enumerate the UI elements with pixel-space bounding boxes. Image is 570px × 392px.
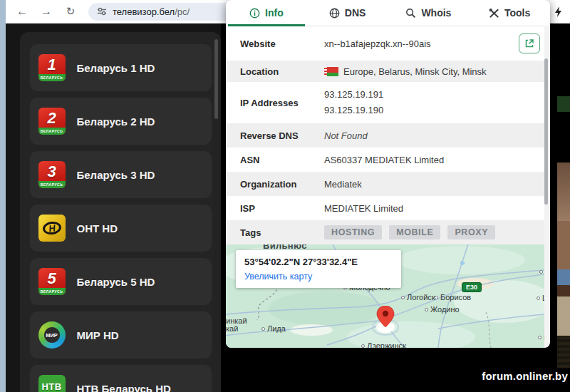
channel-card[interactable]: НТВБЕЛАРУСЬНТВ Беларусь HD [30,365,212,392]
channel-logo-mark: 2 [47,109,56,128]
info-label-asn: ASN [240,155,324,165]
location-map[interactable]: E30 ВильнюсМолодечноЛогойскБорисовЖодино… [226,244,544,348]
tab-whois[interactable]: Whois [388,0,470,26]
info-row-asn: ASNAS60337 MEDIATEK Limited [226,148,550,172]
map-label-town: Мо [538,333,544,341]
channel-name: МИР HD [77,329,119,341]
info-label-organization: Organization [240,179,324,190]
channel-card[interactable]: 3БЕЛАРУСЬБеларусь 3 HD [30,151,212,198]
tag-badge: HOSTING [324,225,382,239]
url-text: телевизор.бел/pc/ [113,6,190,17]
lightning-extension-icon[interactable] [554,6,563,18]
channel-logo-caption: БЕЛАРУСЬ [38,128,66,135]
channel-card[interactable]: НОНТ HD [30,205,212,252]
channel-logo-mark: 1 [47,56,56,74]
coordinates-text: 53°54'02.2"N 27°33'32.4"E [244,257,393,267]
channel-logo-mark: 5 [47,269,56,288]
info-text: Not Found [324,130,368,141]
external-link-button[interactable] [519,33,540,53]
town-dot-icon [261,327,265,331]
popup-scrollbar-thumb[interactable] [544,58,548,205]
channel-name: Беларусь 1 HD [77,62,155,74]
info-row-organization: OrganizationMediatek [226,172,550,196]
info-value-website: xn--b1afajepzqk.xn--90ais [324,38,519,49]
channel-card[interactable]: МИРМИР HD [30,311,212,359]
info-value-ip-addresses: 93.125.19.19193.125.19.190 [324,87,540,118]
channel-logo-bel-icon: 1БЕЛАРУСЬ [38,54,66,81]
channel-logo-mark: 3 [47,163,56,181]
channel-list: 1БЕЛАРУСЬБеларусь 1 HD2БЕЛАРУСЬБеларусь … [20,44,221,392]
info-row-website: Websitexn--b1afajepzqk.xn--90ais [226,26,550,61]
map-label-town: Жодино [425,305,460,314]
info-text: Mediatek [324,179,362,190]
town-dot-icon [361,344,365,348]
forward-button[interactable]: → [37,2,56,21]
info-text: AS60337 MEDIATEK Limited [324,155,444,165]
tab-dns[interactable]: DNS [307,0,388,26]
info-text: MEDIATEK Limited [324,203,403,214]
info-row-tags: TagsHOSTINGMOBILEPROXY [226,220,550,244]
info-row-ip-addresses: IP Addresses93.125.19.19193.125.19.190 [226,82,550,123]
tab-tools[interactable]: Tools [469,0,550,26]
info-label-tags: Tags [240,227,324,238]
map-label-town: Борисов [435,293,471,301]
map-label-town: Дзержинск [361,341,406,348]
reload-button[interactable]: ↻ [61,2,80,21]
channel-logo-mark: НТВ [41,381,61,392]
video-person-jacket [557,296,570,336]
ip-address: 93.125.19.191 [324,87,383,103]
channel-name: ОНТ HD [77,222,118,234]
info-label-reverse-dns: Reverse DNS [240,130,324,141]
info-value-tags: HOSTINGMOBILEPROXY [324,225,540,239]
info-text: xn--b1afajepzqk.xn--90ais [324,38,431,49]
popup-scrollbar-track[interactable] [544,27,549,347]
channel-logo-bel-icon: 2БЕЛАРУСЬ [38,108,66,135]
info-label-website: Website [240,38,324,49]
channel-card[interactable]: 5БЕЛАРУСЬБеларусь 5 HD [30,258,212,305]
channel-sidebar: 1БЕЛАРУСЬБеларусь 1 HD2БЕЛАРУСЬБеларусь … [20,32,221,392]
town-dot-icon [425,308,428,311]
info-row-location: LocationEurope, Belarus, Minsk City, Min… [226,61,550,82]
screenshot-root: ← → ↻ телевизор.бел/pc/ [0,0,570,392]
channel-logo-ont-icon: Н [38,215,66,242]
town-dot-icon [537,296,540,300]
info-value-asn: AS60337 MEDIATEK Limited [324,155,540,165]
channel-name: Беларусь 2 HD [77,115,155,128]
channel-name: НТВ Беларусь HD [77,383,171,392]
info-value-location: Europe, Belarus, Minsk City, Minsk [324,66,540,77]
video-person-watch [557,285,570,296]
channel-card[interactable]: 1БЕЛАРУСЬБеларусь 1 HD [30,44,212,91]
info-label-location: Location [240,66,324,77]
channel-logo-mark: МИР [44,327,60,343]
ip-list: 93.125.19.19193.125.19.190 [324,87,383,118]
channel-logo-bel-icon: 5БЕЛАРУСЬ [38,268,66,295]
video-backdrop-curtain [557,336,570,368]
map-label-town: О [539,267,544,276]
town-dot-icon [539,270,543,274]
video-frame-greenery [557,96,570,112]
back-button[interactable]: ← [13,2,31,21]
channel-logo-bel-icon: 3БЕЛАРУСЬ [38,161,66,188]
belarus-flag-icon [324,67,338,76]
tab-info[interactable]: Info [226,0,307,26]
info-value-reverse-dns: Not Found [324,130,540,141]
info-value-isp: MEDIATEK Limited [324,203,540,214]
channel-name: Беларусь 3 HD [77,169,155,181]
info-label-isp: ISP [240,203,324,214]
extension-popup: Info DNS Whois [226,0,550,348]
info-value-organization: Mediatek [324,179,540,190]
channel-logo-caption: БЕЛАРУСЬ [38,288,66,295]
tag-badge: PROXY [447,225,495,239]
channel-name: Беларусь 5 HD [77,276,155,288]
info-row-isp: ISPMEDIATEK Limited [226,196,550,220]
map-pin-icon [376,306,395,327]
popup-tab-bar: Info DNS Whois [226,0,550,26]
site-watermark: forum.onliner.by [482,370,568,382]
route-e30-badge: E30 [462,282,482,292]
sidebar-scrollbar[interactable] [214,39,218,119]
zoom-map-link[interactable]: Увеличить карту [244,272,393,282]
site-settings-icon[interactable] [97,6,107,16]
info-row-reverse-dns: Reverse DNSNot Found [226,123,550,148]
channel-card[interactable]: 2БЕЛАРУСЬБеларусь 2 HD [30,98,212,145]
map-label-town: Лида [261,324,286,333]
